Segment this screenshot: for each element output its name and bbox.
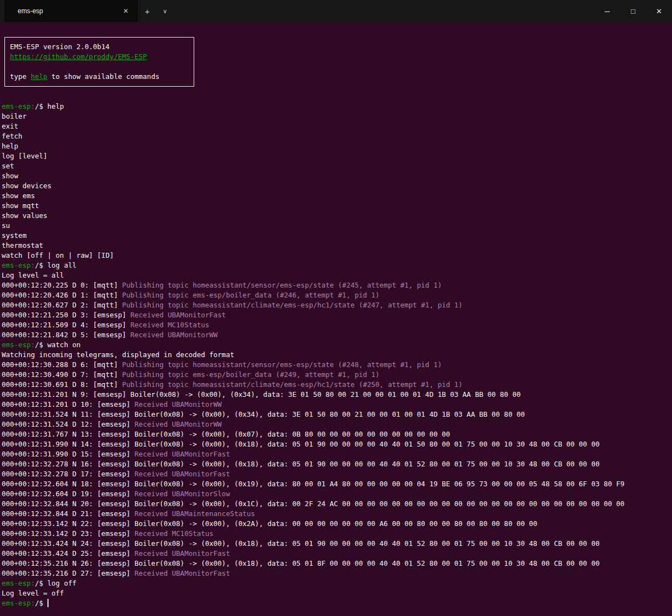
log-text: Watching incoming telegrams, displayed i… bbox=[2, 351, 234, 359]
log-text: 000+00:12:33.424 N 24: [emsesp] Boiler(0… bbox=[2, 539, 600, 548]
terminal-line: 000+00:12:32.844 D 21: [emsesp] Received… bbox=[2, 509, 672, 519]
log-text: help bbox=[2, 142, 18, 150]
welcome-box: EMS-ESP version 2.0.0b14 https://github.… bbox=[4, 37, 194, 87]
log-text: Publishing topic homeassistant/climate/e… bbox=[122, 380, 462, 389]
terminal-line: set bbox=[2, 161, 672, 171]
terminal-line: 000+00:12:30.691 D 8: [mqtt] Publishing … bbox=[2, 380, 672, 390]
terminal-line: 000+00:12:35.216 N 26: [emsesp] Boiler(0… bbox=[2, 559, 672, 569]
titlebar-drag-area bbox=[173, 0, 594, 22]
log-text: Received UBAMonitorWW bbox=[135, 420, 222, 428]
log-text: 000+00:12:31.767 N 13: [emsesp] Boiler(0… bbox=[2, 430, 450, 438]
terminal-line: 000+00:12:21.250 D 3: [emsesp] Received … bbox=[2, 310, 672, 320]
terminal-line: help bbox=[2, 141, 672, 151]
terminal-line: 000+00:12:31.990 N 14: [emsesp] Boiler(0… bbox=[2, 439, 672, 449]
terminal-line: 000+00:12:32.278 D 17: [emsesp] Received… bbox=[2, 469, 672, 479]
log-text: log [level] bbox=[2, 152, 47, 160]
log-text: 000+00:12:32.604 D 19: [emsesp] bbox=[2, 490, 135, 498]
help-command: help bbox=[31, 72, 47, 81]
log-text: Received MC10Status bbox=[135, 529, 214, 538]
log-text: Publishing topic homeassistant/climate/e… bbox=[122, 301, 462, 309]
terminal-line: 000+00:12:31.990 D 15: [emsesp] Received… bbox=[2, 449, 672, 459]
log-text: Log level = off bbox=[2, 589, 64, 597]
terminal-line: 000+00:12:30.490 D 7: [mqtt] Publishing … bbox=[2, 370, 672, 380]
log-text: show mqtt bbox=[2, 201, 39, 210]
log-text: show bbox=[2, 172, 18, 180]
terminal-line: 000+00:12:32.604 N 18: [emsesp] Boiler(0… bbox=[2, 479, 672, 489]
log-text: Publishing topic ems-esp/boiler_data (#2… bbox=[122, 370, 380, 379]
log-text: 000+00:12:31.524 N 11: [emsesp] Boiler(0… bbox=[2, 410, 525, 418]
terminal[interactable]: EMS-ESP version 2.0.0b14 https://github.… bbox=[0, 22, 672, 616]
log-text: 000+00:12:21.842 D 5: [emsesp] bbox=[2, 331, 130, 339]
terminal-cursor bbox=[47, 599, 49, 607]
log-text: 000+00:12:20.225 D 0: [mqtt] bbox=[2, 281, 122, 289]
log-text: 000+00:12:35.216 D 27: [emsesp] bbox=[2, 569, 135, 577]
log-text: Publishing topic ems-esp/boiler_data (#2… bbox=[122, 291, 380, 299]
tab-dropdown-icon[interactable]: ∨ bbox=[157, 0, 173, 22]
terminal-line: 000+00:12:21.509 D 4: [emsesp] Received … bbox=[2, 320, 672, 330]
log-text: fetch bbox=[2, 132, 23, 140]
help-hint-pre: type bbox=[10, 72, 31, 81]
log-text: thermostat bbox=[2, 241, 43, 249]
log-text: Received UBAMaintenanceStatus bbox=[135, 509, 255, 518]
terminal-line: 000+00:12:33.142 N 22: [emsesp] Boiler(0… bbox=[2, 519, 672, 529]
log-text: 000+00:12:32.278 N 16: [emsesp] Boiler(0… bbox=[2, 460, 600, 468]
log-text: 000+00:12:30.490 D 7: [mqtt] bbox=[2, 370, 122, 379]
terminal-line: 000+00:12:20.426 D 1: [mqtt] Publishing … bbox=[2, 290, 672, 300]
terminal-line: 000+00:12:33.424 D 25: [emsesp] Received… bbox=[2, 549, 672, 559]
close-button[interactable]: ✕ bbox=[646, 0, 672, 22]
log-text: system bbox=[2, 231, 26, 240]
terminal-line: 000+00:12:20.627 D 2: [mqtt] Publishing … bbox=[2, 300, 672, 310]
terminal-line: Log level = off bbox=[2, 588, 672, 598]
maximize-button[interactable]: □ bbox=[620, 0, 646, 22]
terminal-line: 000+00:12:30.288 D 6: [mqtt] Publishing … bbox=[2, 360, 672, 370]
log-text: Publishing topic homeassistant/sensor/em… bbox=[122, 360, 441, 369]
log-text: Received UBAMonitorWW bbox=[135, 400, 222, 408]
terminal-output: ems-esp:/$ helpboilerexitfetchhelplog [l… bbox=[2, 102, 672, 608]
terminal-line: 000+00:12:21.842 D 5: [emsesp] Received … bbox=[2, 330, 672, 340]
terminal-line: boiler bbox=[2, 111, 672, 121]
terminal-line: show ems bbox=[2, 191, 672, 201]
log-text: Publishing topic homeassistant/sensor/em… bbox=[122, 281, 441, 289]
log-text: Received UBAMonitorWW bbox=[130, 331, 217, 339]
terminal-line: ems-esp:/$ watch on bbox=[2, 340, 672, 350]
log-text: 000+00:12:32.844 N 20: [emsesp] Boiler(0… bbox=[2, 500, 625, 508]
log-text: show values bbox=[2, 211, 47, 220]
log-text: 000+00:12:21.509 D 4: [emsesp] bbox=[2, 321, 130, 329]
log-text: Received UBAMonitorFast bbox=[135, 569, 230, 577]
terminal-line: 000+00:12:35.216 D 27: [emsesp] Received… bbox=[2, 569, 672, 578]
log-text: 000+00:12:31.990 N 14: [emsesp] Boiler(0… bbox=[2, 440, 600, 448]
log-text: 000+00:12:33.142 N 22: [emsesp] Boiler(0… bbox=[2, 519, 537, 528]
log-text: 000+00:12:30.691 D 8: [mqtt] bbox=[2, 380, 122, 389]
log-text: Received MC10Status bbox=[130, 321, 209, 329]
log-text: show devices bbox=[2, 182, 51, 190]
terminal-line: su bbox=[2, 221, 672, 231]
log-text: Received UBAMonitorFast bbox=[135, 450, 230, 458]
log-text: Received UBAMonitorFast bbox=[130, 311, 226, 319]
terminal-line: 000+00:12:32.604 D 19: [emsesp] Received… bbox=[2, 489, 672, 499]
github-link[interactable]: https://github.com/proddy/EMS-ESP bbox=[10, 52, 147, 61]
tab-ems-esp[interactable]: ems-esp ✕ bbox=[4, 0, 138, 22]
log-text: Received UBAMonitorFast bbox=[135, 549, 230, 557]
terminal-line: 000+00:12:20.225 D 0: [mqtt] Publishing … bbox=[2, 280, 672, 290]
log-text: 000+00:12:32.844 D 21: [emsesp] bbox=[2, 509, 135, 518]
terminal-line: 000+00:12:33.424 N 24: [emsesp] Boiler(0… bbox=[2, 539, 672, 549]
terminal-line: 000+00:12:32.844 N 20: [emsesp] Boiler(0… bbox=[2, 499, 672, 509]
log-text: 000+00:12:35.216 N 26: [emsesp] Boiler(0… bbox=[2, 559, 600, 567]
log-text: /$ bbox=[35, 599, 47, 607]
prompt-text: ems-esp: bbox=[2, 261, 35, 269]
log-text: 000+00:12:31.990 D 15: [emsesp] bbox=[2, 450, 135, 458]
terminal-line: show devices bbox=[2, 181, 672, 191]
log-text: /$ log all bbox=[35, 261, 76, 269]
log-text: 000+00:12:31.524 D 12: [emsesp] bbox=[2, 420, 135, 428]
log-text: 000+00:12:33.142 D 23: [emsesp] bbox=[2, 529, 135, 538]
help-hint-post: to show available commands bbox=[47, 72, 159, 81]
new-tab-button[interactable]: + bbox=[138, 0, 157, 22]
log-text: watch [off | on | raw] [ID] bbox=[2, 251, 114, 259]
terminal-line: exit bbox=[2, 121, 672, 131]
tab-close-icon[interactable]: ✕ bbox=[120, 6, 131, 16]
log-text: 000+00:12:31.201 N 9: [emsesp] Boiler(0x… bbox=[2, 390, 521, 399]
terminal-line: watch [off | on | raw] [ID] bbox=[2, 251, 672, 261]
log-text: 000+00:12:30.288 D 6: [mqtt] bbox=[2, 360, 122, 369]
terminal-line: 000+00:12:31.767 N 13: [emsesp] Boiler(0… bbox=[2, 429, 672, 439]
minimize-button[interactable]: ─ bbox=[594, 0, 620, 22]
